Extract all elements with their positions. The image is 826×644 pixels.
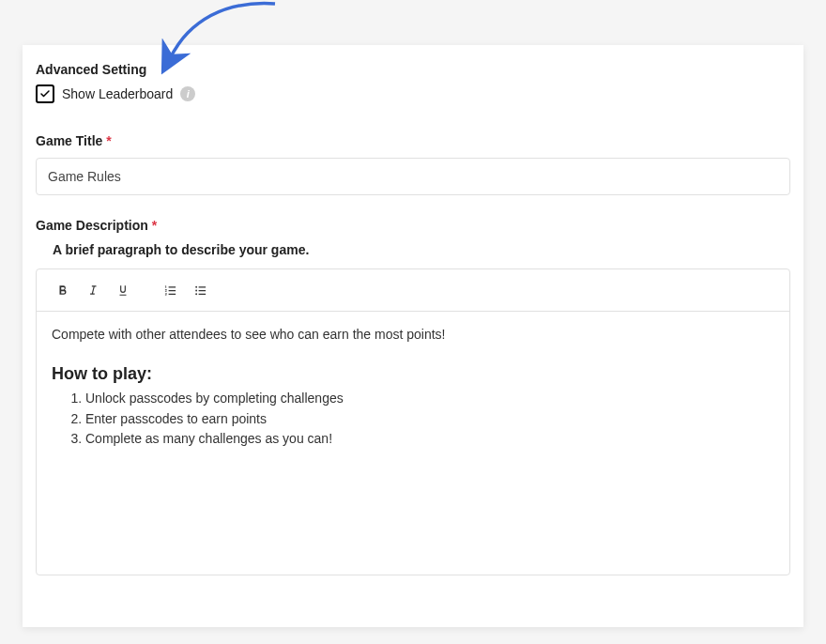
- form-card: Advanced Setting Show Leaderboard i Game…: [23, 45, 803, 627]
- game-title-label: Game Title*: [36, 133, 790, 148]
- bold-button[interactable]: [50, 277, 76, 303]
- advanced-setting-heading: Advanced Setting: [36, 62, 790, 77]
- svg-point-1: [195, 289, 197, 291]
- editor-intro-text: Compete with other attendees to see who …: [52, 327, 774, 342]
- editor-toolbar: [37, 269, 789, 312]
- editor-step: Unlock passcodes by completing challenge…: [85, 390, 774, 408]
- editor-step: Complete as many challenges as you can!: [85, 430, 774, 449]
- ordered-list-icon: [163, 284, 177, 298]
- italic-button[interactable]: [80, 277, 106, 303]
- bullet-list-icon: [193, 284, 207, 298]
- checkmark-icon: [39, 88, 51, 100]
- game-description-helper: A brief paragraph to describe your game.: [53, 242, 790, 257]
- required-mark: *: [152, 218, 157, 233]
- editor-step: Enter passcodes to earn points: [85, 410, 774, 429]
- svg-point-0: [195, 285, 197, 287]
- svg-point-2: [195, 293, 197, 295]
- richtext-editor: Compete with other attendees to see who …: [36, 268, 790, 575]
- show-leaderboard-row: Show Leaderboard i: [36, 84, 790, 103]
- underline-button[interactable]: [110, 277, 136, 303]
- editor-steps-list: Unlock passcodes by completing challenge…: [52, 390, 774, 449]
- underline-icon: [116, 284, 130, 297]
- game-description-label: Game Description*: [36, 218, 790, 233]
- required-mark: *: [106, 133, 111, 148]
- game-title-input[interactable]: [36, 158, 790, 195]
- bullet-list-button[interactable]: [187, 277, 213, 303]
- info-icon[interactable]: i: [180, 86, 195, 101]
- italic-icon: [86, 284, 99, 297]
- ordered-list-button[interactable]: [157, 277, 183, 303]
- bold-icon: [56, 284, 69, 297]
- editor-how-to-play-heading: How to play:: [52, 364, 774, 384]
- show-leaderboard-checkbox[interactable]: [36, 84, 54, 103]
- game-description-group: Game Description* A brief paragraph to d…: [36, 218, 790, 575]
- editor-content-area[interactable]: Compete with other attendees to see who …: [37, 312, 789, 575]
- game-title-group: Game Title*: [36, 133, 790, 195]
- show-leaderboard-label: Show Leaderboard: [62, 86, 173, 101]
